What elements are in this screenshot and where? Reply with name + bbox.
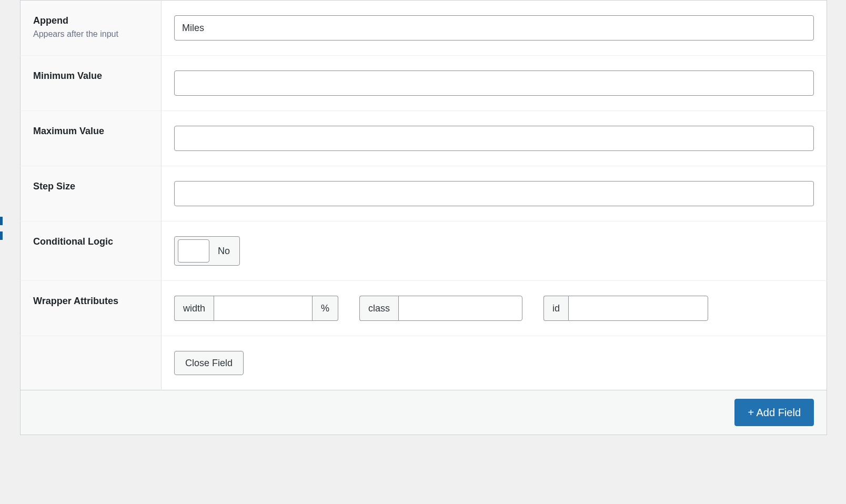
wrapper-width-group: width % (174, 296, 338, 321)
wrapper-class-input[interactable] (398, 296, 522, 321)
conditional-logic-toggle[interactable]: No (174, 236, 240, 266)
minimum-value-input[interactable] (174, 70, 814, 96)
accent-mark (0, 231, 3, 240)
wrapper-id-input[interactable] (568, 296, 708, 321)
maximum-value-label: Maximum Value (33, 126, 148, 137)
row-minimum-value: Minimum Value (21, 56, 827, 111)
wrapper-width-input[interactable] (214, 296, 313, 321)
append-input[interactable] (174, 15, 814, 41)
conditional-logic-label: Conditional Logic (33, 236, 148, 247)
step-size-input[interactable] (174, 181, 814, 206)
wrapper-width-prefix: width (174, 296, 214, 321)
minimum-value-label: Minimum Value (33, 70, 148, 82)
row-actions: Close Field (21, 336, 827, 390)
row-step-size: Step Size (21, 166, 827, 221)
row-maximum-value: Maximum Value (21, 111, 827, 166)
accent-mark (0, 217, 3, 225)
toggle-switch-icon (178, 239, 209, 263)
conditional-logic-state: No (213, 237, 239, 265)
maximum-value-input[interactable] (174, 126, 814, 151)
row-conditional-logic: Conditional Logic No (21, 221, 827, 281)
step-size-label: Step Size (33, 181, 148, 192)
row-wrapper-attributes: Wrapper Attributes width % class (21, 281, 827, 336)
left-edge-bar (0, 0, 3, 454)
wrapper-attributes-label: Wrapper Attributes (33, 296, 148, 307)
footer-bar: + Add Field (20, 390, 827, 435)
wrapper-class-group: class (359, 296, 522, 321)
wrapper-id-group: id (543, 296, 708, 321)
field-settings-table: Append Appears after the input Minimum V… (20, 0, 827, 390)
append-label: Append (33, 15, 148, 26)
wrapper-width-suffix: % (313, 296, 338, 321)
wrapper-class-prefix: class (359, 296, 398, 321)
row-append: Append Appears after the input (21, 1, 827, 56)
append-hint: Appears after the input (33, 29, 148, 39)
close-field-button[interactable]: Close Field (174, 351, 244, 375)
wrapper-id-prefix: id (543, 296, 568, 321)
add-field-button[interactable]: + Add Field (734, 399, 814, 426)
